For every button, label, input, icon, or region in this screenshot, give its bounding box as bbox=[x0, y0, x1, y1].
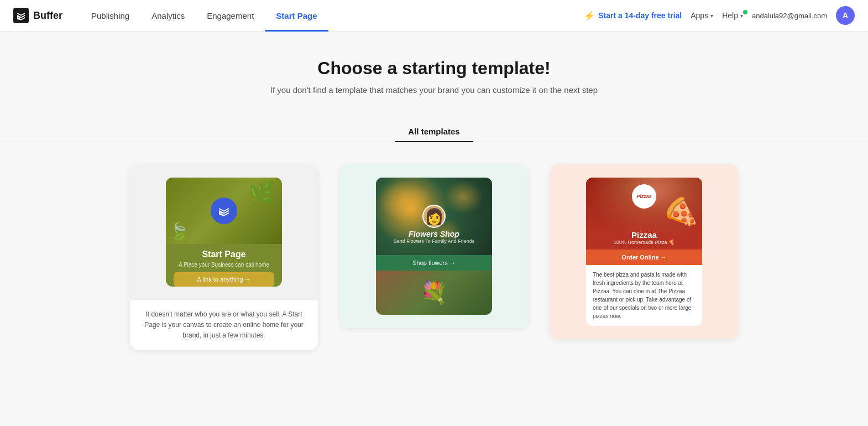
template-card-pizzaa[interactable]: 🍕 Pizzaa Pizzaa 100% Homemade Pizza 🍕 Or… bbox=[550, 164, 738, 339]
card-2-overlay: Flowers Shop Send Flowers To Family And … bbox=[376, 230, 492, 244]
card-2-shop-title: Flowers Shop bbox=[376, 230, 492, 238]
hero-subtitle: If you don't find a template that matche… bbox=[13, 85, 855, 95]
trial-button[interactable]: ⚡ Start a 14-day free trial bbox=[584, 11, 682, 21]
bolt-icon: ⚡ bbox=[584, 11, 595, 21]
card-2-cta-button[interactable]: Shop flowers → bbox=[376, 255, 492, 271]
user-email: andalula92@gmail.com bbox=[752, 12, 827, 20]
card-3-hero-image: 🍕 Pizzaa Pizzaa 100% Homemade Pizza 🍕 bbox=[586, 178, 702, 250]
nav-publishing[interactable]: Publishing bbox=[80, 0, 140, 32]
pizza-emoji: 🍕 bbox=[658, 193, 701, 235]
main-content: Choose a starting template! If you don't… bbox=[0, 32, 868, 426]
template-card-flowers-shop[interactable]: Flowers Shop Send Flowers To Family And … bbox=[340, 164, 528, 328]
help-chevron-icon: ▾ bbox=[740, 13, 743, 19]
nav-links: Publishing Analytics Engagement Start Pa… bbox=[80, 0, 584, 32]
nav-right: ⚡ Start a 14-day free trial Apps ▾ Help … bbox=[584, 6, 855, 25]
card-3-brand-section: Pizzaa 100% Homemade Pizza 🍕 bbox=[586, 230, 702, 245]
card-3-desc-text: The best pizza and pasta is made with fr… bbox=[593, 272, 691, 319]
card-1-hero-image bbox=[166, 178, 282, 244]
card-2-hero-image: Flowers Shop Send Flowers To Family And … bbox=[376, 178, 492, 255]
template-card-start-page[interactable]: Start Page A Place your Business can cal… bbox=[130, 164, 318, 350]
trial-label: Start a 14-day free trial bbox=[598, 11, 682, 20]
card-1-link-button[interactable]: A link to anything → bbox=[174, 272, 274, 287]
logo-text: Buffer bbox=[33, 10, 62, 22]
card-2-preview: Flowers Shop Send Flowers To Family And … bbox=[340, 164, 528, 328]
template-cards-container: Start Page A Place your Business can cal… bbox=[0, 142, 868, 372]
buffer-stack-icon bbox=[217, 204, 231, 217]
avatar[interactable]: A bbox=[836, 6, 855, 25]
apps-label: Apps bbox=[691, 11, 708, 20]
nav-start-page[interactable]: Start Page bbox=[265, 0, 328, 32]
card-1-title: Start Page bbox=[174, 250, 274, 259]
apps-chevron-icon: ▾ bbox=[710, 13, 713, 19]
hero-section: Choose a starting template! If you don't… bbox=[0, 32, 868, 106]
logo[interactable]: Buffer bbox=[13, 8, 62, 23]
card-3-preview: 🍕 Pizzaa Pizzaa 100% Homemade Pizza 🍕 Or… bbox=[550, 164, 738, 339]
card-1-subtitle: A Place your Business can call home bbox=[174, 262, 274, 268]
help-status-dot bbox=[743, 10, 747, 14]
buffer-logo-icon bbox=[13, 8, 29, 23]
card-2-shop-subtitle: Send Flowers To Family And Friends bbox=[376, 238, 492, 244]
card-2-inner: Flowers Shop Send Flowers To Family And … bbox=[376, 178, 492, 315]
help-label: Help bbox=[722, 11, 738, 20]
card-3-brand-name: Pizzaa bbox=[586, 230, 702, 240]
hero-title: Choose a starting template! bbox=[13, 58, 855, 79]
card-3-logo-text: Pizzaa bbox=[636, 194, 652, 199]
nav-analytics[interactable]: Analytics bbox=[140, 0, 196, 32]
card-1-logo-circle bbox=[211, 198, 237, 224]
card-3-cta-button[interactable]: Order Online → bbox=[586, 250, 702, 265]
help-button[interactable]: Help ▾ bbox=[722, 11, 743, 20]
card-3-logo-circle: Pizzaa bbox=[632, 184, 656, 209]
navbar: Buffer Publishing Analytics Engagement S… bbox=[0, 0, 868, 32]
nav-engagement[interactable]: Engagement bbox=[196, 0, 265, 32]
card-1-preview: Start Page A Place your Business can cal… bbox=[130, 164, 318, 300]
card-3-inner: 🍕 Pizzaa Pizzaa 100% Homemade Pizza 🍕 Or… bbox=[586, 178, 702, 326]
card-3-description: The best pizza and pasta is made with fr… bbox=[586, 265, 702, 326]
card-1-body: Start Page A Place your Business can cal… bbox=[166, 244, 282, 287]
card-1-inner: Start Page A Place your Business can cal… bbox=[166, 178, 282, 287]
tab-all-templates[interactable]: All templates bbox=[395, 121, 473, 142]
apps-button[interactable]: Apps ▾ bbox=[691, 11, 713, 20]
card-3-brand-subtitle: 100% Homemade Pizza 🍕 bbox=[586, 240, 702, 245]
card-2-avatar bbox=[422, 205, 446, 228]
card-2-bottom-image bbox=[376, 271, 492, 315]
card-1-description: It doesn't matter who you are or what yo… bbox=[130, 300, 318, 350]
tabs-bar: All templates bbox=[0, 121, 868, 142]
